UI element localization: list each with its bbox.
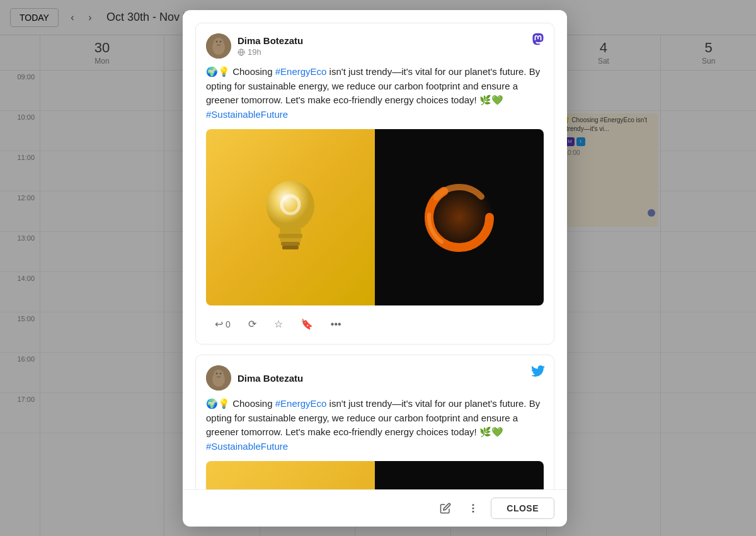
post-card-mastodon: Dima Botezatu 19h 🌍💡 Choosing #EnergyEco…	[195, 23, 554, 345]
post1-meta: 19h	[238, 47, 303, 57]
edit-icon	[440, 503, 451, 514]
modal-footer: CLOSE	[183, 489, 567, 527]
lightbulb-illustration	[256, 173, 325, 261]
more-button[interactable]: •••	[322, 315, 350, 334]
post1-time: 19h	[248, 47, 261, 57]
post2-hashtag2[interactable]: #SustainableFuture	[206, 441, 288, 452]
modal-body: Dima Botezatu 19h 🌍💡 Choosing #EnergyEco…	[183, 10, 567, 489]
post2-text: 🌍💡 Choosing #EnergyEco isn't just trendy…	[206, 397, 544, 453]
svg-point-23	[220, 373, 222, 375]
mastodon-platform-badge	[531, 32, 545, 48]
post1-hashtag1[interactable]: #EnergyEco	[275, 66, 327, 77]
globe-icon	[238, 48, 245, 56]
post1-hashtag2[interactable]: #SustainableFuture	[206, 109, 288, 120]
post1-text: 🌍💡 Choosing #EnergyEco isn't just trendy…	[206, 65, 544, 122]
vertical-dots-icon	[467, 503, 479, 514]
svg-point-8	[266, 181, 314, 231]
post2-author-info: Dima Botezatu	[238, 373, 303, 384]
post-card-twitter: Dima Botezatu 🌍💡 Choosing #EnergyEco isn…	[195, 355, 554, 489]
retweet-icon: ⟳	[248, 318, 256, 330]
post2-images	[206, 461, 544, 489]
svg-point-22	[216, 373, 218, 375]
mastodon-logo-icon	[531, 32, 545, 46]
post1-actions: ↩ 0 ⟳ ☆ 🔖 •••	[206, 314, 544, 334]
star-icon: ☆	[274, 318, 283, 330]
post1-author-name: Dima Botezatu	[238, 35, 303, 46]
svg-point-2	[214, 38, 224, 48]
post2-img-left	[206, 461, 375, 489]
reply-icon: ↩	[215, 318, 223, 330]
post1-author-info: Dima Botezatu 19h	[238, 35, 303, 57]
fire-ring-illustration	[412, 170, 507, 265]
twitter-platform-badge	[531, 364, 545, 380]
bookmark-icon: 🔖	[301, 318, 313, 330]
post1-images	[206, 129, 544, 305]
more-options-button[interactable]	[463, 498, 483, 518]
post2-hashtag1[interactable]: #EnergyEco	[275, 398, 327, 409]
svg-rect-11	[278, 234, 302, 238]
post1-avatar	[206, 33, 231, 59]
svg-point-3	[216, 41, 218, 43]
svg-rect-14	[282, 246, 299, 249]
svg-point-25	[472, 508, 474, 510]
reply-count: 0	[226, 319, 231, 329]
svg-rect-12	[280, 238, 301, 242]
post2-header: Dima Botezatu	[206, 365, 544, 391]
svg-rect-10	[280, 229, 301, 234]
post2-img-right	[375, 461, 544, 489]
post2-avatar	[206, 365, 231, 391]
post2-author-name: Dima Botezatu	[238, 373, 303, 384]
star-button[interactable]: ☆	[265, 314, 292, 334]
retweet-button[interactable]: ⟳	[239, 314, 265, 334]
svg-point-21	[214, 370, 224, 380]
bookmark-button[interactable]: 🔖	[292, 314, 322, 334]
post1-header: Dima Botezatu 19h	[206, 33, 544, 59]
svg-point-26	[472, 511, 474, 513]
avatar-image	[206, 33, 231, 59]
reply-button[interactable]: ↩ 0	[206, 314, 239, 334]
svg-point-24	[472, 504, 474, 506]
edit-button[interactable]	[435, 498, 455, 518]
post1-img-ring	[375, 129, 544, 305]
svg-point-4	[220, 41, 222, 43]
close-button[interactable]: CLOSE	[491, 498, 554, 519]
twitter-logo-icon	[531, 364, 545, 378]
svg-rect-13	[281, 242, 300, 246]
more-icon: •••	[331, 319, 341, 330]
post-detail-modal: Dima Botezatu 19h 🌍💡 Choosing #EnergyEco…	[183, 10, 567, 527]
post1-img-bulb	[206, 129, 375, 305]
post2-avatar-image	[206, 365, 231, 391]
